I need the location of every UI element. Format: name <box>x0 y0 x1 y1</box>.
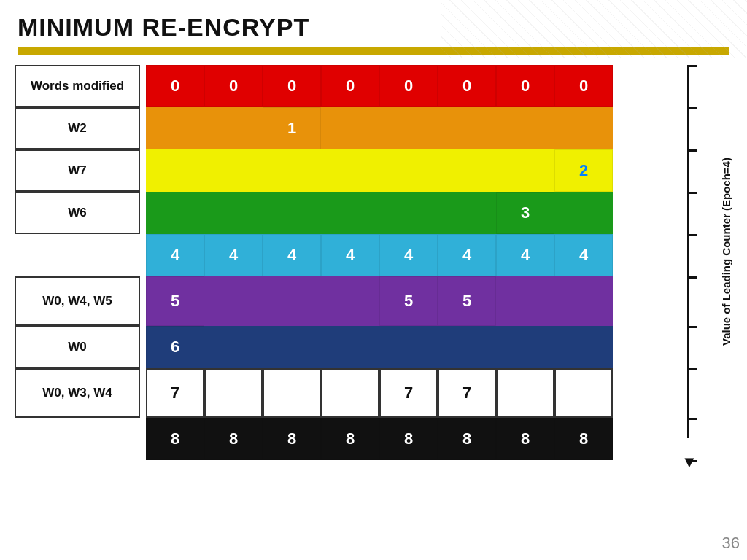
cell-r8-c4: 8 <box>379 418 438 460</box>
grid-row-w2: 1 <box>146 107 674 149</box>
label-w6: W6 <box>15 192 140 234</box>
cell-empty-r1-c5 <box>438 107 496 149</box>
label-w2: W2 <box>15 107 140 149</box>
cell-r0-c6: 0 <box>496 65 554 107</box>
grid-row-words-modified: 00000000 <box>146 65 674 107</box>
cell-empty-r7-c7 <box>554 368 613 418</box>
cell-r6-c0: 6 <box>146 326 204 368</box>
cell-empty-r6-c6 <box>496 326 554 368</box>
cell-empty-r3-c7 <box>554 192 613 234</box>
cell-r4-c4: 4 <box>379 234 438 276</box>
grid-area: 0000000012344444444555677788888888 <box>146 65 674 467</box>
axis-tick-4 <box>687 234 697 236</box>
cell-r0-c3: 0 <box>321 65 379 107</box>
cell-r5-c5: 5 <box>438 276 496 326</box>
cell-r4-c0: 4 <box>146 234 204 276</box>
cell-r0-c0: 0 <box>146 65 204 107</box>
labels-column: Words modifiedW2W7W6W0, W4, W5W0W0, W3, … <box>15 65 146 467</box>
grid-row-w6: 3 <box>146 192 674 234</box>
cell-empty-r2-c4 <box>379 149 438 192</box>
cell-empty-r6-c3 <box>321 326 379 368</box>
cell-r4-c7: 4 <box>554 234 613 276</box>
cell-empty-r3-c0 <box>146 192 204 234</box>
axis-column: ▼Value of Leading Counter (Epoch=4) <box>674 65 732 467</box>
cell-r7-c0: 7 <box>146 368 204 418</box>
cell-empty-r5-c6 <box>496 276 554 326</box>
cell-r0-c2: 0 <box>263 65 321 107</box>
axis-tick-5 <box>687 276 697 279</box>
cell-r7-c4: 7 <box>379 368 438 418</box>
axis-tick-1 <box>687 107 697 109</box>
axis-tick-3 <box>687 192 697 194</box>
grid-row-bottom: 88888888 <box>146 418 674 460</box>
cell-empty-r5-c2 <box>263 276 321 326</box>
grid-row-w0: 6 <box>146 326 674 368</box>
cell-empty-r1-c1 <box>204 107 263 149</box>
cell-empty-r2-c5 <box>438 149 496 192</box>
cell-empty-r5-c7 <box>554 276 613 326</box>
cell-r4-c6: 4 <box>496 234 554 276</box>
cell-empty-r3-c5 <box>438 192 496 234</box>
label-w7: W7 <box>15 149 140 192</box>
grid-row-w0w3w4: 777 <box>146 368 674 418</box>
cell-empty-r7-c1 <box>204 368 263 418</box>
cell-r4-c5: 4 <box>438 234 496 276</box>
cell-r4-c2: 4 <box>263 234 321 276</box>
axis-line <box>687 65 689 438</box>
page-title: MINIMUM RE-ENCRYPT <box>18 13 729 42</box>
cell-empty-r6-c7 <box>554 326 613 368</box>
cell-r4-c1: 4 <box>204 234 263 276</box>
cell-empty-r6-c1 <box>204 326 263 368</box>
cell-empty-r1-c7 <box>554 107 613 149</box>
cell-r4-c3: 4 <box>321 234 379 276</box>
cell-r8-c3: 8 <box>321 418 379 460</box>
axis-tick-6 <box>687 326 697 328</box>
cell-empty-r2-c3 <box>321 149 379 192</box>
axis-label: Value of Leading Counter (Epoch=4) <box>720 65 732 438</box>
cell-r7-c5: 7 <box>438 368 496 418</box>
axis-arrow-icon: ▼ <box>681 453 697 472</box>
cell-r0-c4: 0 <box>379 65 438 107</box>
cell-empty-r3-c3 <box>321 192 379 234</box>
cell-r8-c0: 8 <box>146 418 204 460</box>
cell-r5-c0: 5 <box>146 276 204 326</box>
cell-empty-r7-c6 <box>496 368 554 418</box>
axis-tick-2 <box>687 149 697 152</box>
cell-r5-c4: 5 <box>379 276 438 326</box>
label-w0: W0 <box>15 326 140 368</box>
main-content: Words modifiedW2W7W6W0, W4, W5W0W0, W3, … <box>0 55 747 467</box>
cell-empty-r1-c6 <box>496 107 554 149</box>
cell-empty-r1-c4 <box>379 107 438 149</box>
cell-r8-c7: 8 <box>554 418 613 460</box>
cell-empty-r7-c2 <box>263 368 321 418</box>
grid-row-w0w4w5: 555 <box>146 276 674 326</box>
cell-r2-c7: 2 <box>554 149 613 192</box>
header: MINIMUM RE-ENCRYPT <box>0 0 747 55</box>
cell-empty-r2-c2 <box>263 149 321 192</box>
cell-r0-c7: 0 <box>554 65 613 107</box>
label-w0w3w4: W0, W3, W4 <box>15 368 140 418</box>
cell-empty-r3-c1 <box>204 192 263 234</box>
cell-empty-r2-c6 <box>496 149 554 192</box>
cell-r1-c2: 1 <box>263 107 321 149</box>
cell-empty-r1-c0 <box>146 107 204 149</box>
cell-empty-r5-c3 <box>321 276 379 326</box>
cell-empty-r1-c3 <box>321 107 379 149</box>
cell-empty-r3-c4 <box>379 192 438 234</box>
cell-r0-c5: 0 <box>438 65 496 107</box>
cell-r0-c1: 0 <box>204 65 263 107</box>
cell-empty-r6-c4 <box>379 326 438 368</box>
cell-empty-r2-c0 <box>146 149 204 192</box>
label-w0w4w5: W0, W4, W5 <box>15 276 140 326</box>
cell-r8-c6: 8 <box>496 418 554 460</box>
cell-r8-c5: 8 <box>438 418 496 460</box>
cell-r8-c1: 8 <box>204 418 263 460</box>
axis-tick-0 <box>687 65 697 67</box>
grid-row-all: 44444444 <box>146 234 674 276</box>
cell-r8-c2: 8 <box>263 418 321 460</box>
axis-tick-8 <box>687 418 697 420</box>
cell-empty-r2-c1 <box>204 149 263 192</box>
grid-row-w7: 2 <box>146 149 674 192</box>
cell-empty-r7-c3 <box>321 368 379 418</box>
cell-empty-r5-c1 <box>204 276 263 326</box>
